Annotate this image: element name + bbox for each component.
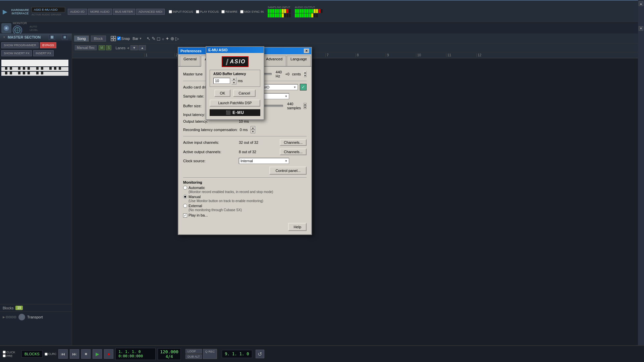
clock-source-dropdown[interactable]: Internal ▼ bbox=[239, 158, 289, 164]
latency-down[interactable]: ▼ bbox=[251, 130, 256, 133]
asio-buffer-input[interactable]: 10 bbox=[213, 78, 230, 84]
svg-rect-19 bbox=[23, 72, 25, 74]
output-channels-button[interactable]: Channels... bbox=[280, 148, 307, 155]
master-tune-spinners[interactable]: ▲ ▼ bbox=[304, 71, 307, 77]
track-area[interactable] bbox=[72, 58, 638, 345]
pencil-tool[interactable]: ✎ bbox=[152, 36, 156, 41]
tool-buttons: ↖ ✎ ◻ ⬦ ✦ ⊕ ▷ bbox=[147, 36, 179, 41]
track-expand[interactable]: ▶ ⊡⊡⊡⊡ bbox=[3, 315, 16, 319]
control-panel-row: Control panel... bbox=[183, 167, 307, 175]
help-button[interactable]: Help bbox=[288, 223, 307, 231]
asio-buffer-row: 10 ▲ ▼ ms bbox=[213, 77, 257, 84]
zoom-tool[interactable]: ⊕ bbox=[170, 36, 174, 41]
lanes-up[interactable]: ▲ bbox=[139, 45, 146, 50]
show-insert-fx-button[interactable]: SHOW INSERT FX bbox=[1, 50, 32, 56]
buffer-spinners[interactable]: ▲ ▼ bbox=[304, 103, 307, 109]
tempo-display: 120.000 4/4 bbox=[158, 348, 181, 360]
midi-sync-check[interactable]: MIDI SYNC IN bbox=[240, 10, 264, 13]
rewire-check[interactable]: REWIRE bbox=[221, 10, 237, 13]
position-display: 1. 1. 1. 0 0:00:00:000 bbox=[115, 348, 156, 360]
split-tool[interactable]: ⬦ bbox=[162, 36, 164, 41]
play-in-background-row: ✓ Play in ba... bbox=[183, 213, 307, 218]
master-section: ▼ MASTER SECTION 🖼 ⊞ SHOW PROGRAMMER BYP… bbox=[0, 34, 72, 345]
master-tune-up[interactable]: ▲ bbox=[304, 71, 307, 74]
click-control[interactable]: CLICK bbox=[3, 351, 19, 354]
snap-value-selector[interactable]: Bar ▼ bbox=[132, 37, 142, 41]
loop-button[interactable]: LOOP bbox=[185, 349, 202, 354]
buffer-down[interactable]: ▼ bbox=[304, 106, 307, 109]
block-button[interactable]: Block bbox=[91, 36, 106, 42]
bus-meter-button[interactable]: BUS METER bbox=[113, 9, 136, 15]
manual-rec-bar: Manual Rec M S Lanes ◀ ▼ ▲ bbox=[72, 44, 638, 52]
play-in-background-checkbox[interactable]: ✓ bbox=[183, 214, 187, 218]
asio-buffer-group: ASIO Buffer Latency 10 ▲ ▼ ms bbox=[210, 70, 260, 87]
record-button[interactable]: ● bbox=[104, 349, 113, 359]
faders-area: SHOW PROGRAMMER BYPASS SHOW INSERT FX IN… bbox=[0, 41, 72, 77]
monitoring-external-radio[interactable] bbox=[183, 204, 187, 208]
dub-alt-button[interactable]: DUB ALT bbox=[185, 354, 202, 359]
fast-forward-button[interactable]: ⏭ bbox=[70, 349, 79, 359]
insert-fx-button[interactable]: INSERT FX bbox=[33, 50, 54, 56]
asio-logo: ❙ ASIO bbox=[222, 56, 249, 67]
svg-rect-8 bbox=[23, 67, 25, 70]
master-section-title: ▼ MASTER SECTION 🖼 ⊞ bbox=[0, 34, 72, 41]
scroll-up[interactable]: ▲ bbox=[639, 1, 643, 6]
audio-io-button[interactable]: AUDIO I/O bbox=[68, 9, 87, 15]
svg-rect-26 bbox=[114, 39, 116, 41]
input-channels-button[interactable]: Channels... bbox=[280, 139, 307, 146]
asio-popup: E-MU ASIO ❙ ASIO ASIO Buffer Latency 10 … bbox=[206, 46, 264, 120]
image-button[interactable]: 🖼 bbox=[49, 35, 55, 40]
play-tool[interactable]: ▷ bbox=[175, 36, 179, 41]
lanes-expand[interactable]: ◀ bbox=[127, 46, 129, 50]
snap-checkbox-label[interactable]: Snap bbox=[117, 37, 130, 41]
latency-up[interactable]: ▲ bbox=[251, 126, 256, 130]
play-focus-check[interactable]: PLAY FOCUS bbox=[196, 10, 219, 13]
tab-general[interactable]: General bbox=[180, 56, 200, 66]
snap-button[interactable]: ⊞ bbox=[62, 35, 68, 40]
q-rec-button[interactable]: Q REC bbox=[203, 349, 217, 359]
buffer-up[interactable]: ▲ bbox=[304, 103, 307, 106]
monitoring-automatic-radio[interactable] bbox=[183, 186, 187, 190]
transport-track-area: ▶ ⊡⊡⊡⊡ 🎵 Transport bbox=[0, 312, 72, 322]
master-tune-down[interactable]: ▼ bbox=[304, 74, 307, 77]
lanes-down[interactable]: ▼ bbox=[130, 45, 138, 50]
clrc-control[interactable]: CLRC bbox=[45, 352, 57, 356]
advanced-midi-button[interactable]: ADVANCED MIDI bbox=[136, 9, 165, 15]
erase-tool[interactable]: ◻ bbox=[157, 36, 161, 41]
svg-rect-5 bbox=[5, 67, 7, 70]
arrange-toolbar: Song Block Snap Bar ▼ ↖ ✎ ◻ ⬦ ✦ ⊕ ▷ bbox=[72, 34, 638, 44]
show-programmer-button[interactable]: SHOW PROGRAMMER bbox=[1, 42, 39, 48]
pointer-tool[interactable]: ↖ bbox=[147, 36, 151, 41]
launch-patchmix-button[interactable]: Launch PatchMix DSP bbox=[210, 100, 260, 107]
sync-button[interactable]: ↺ bbox=[256, 350, 264, 358]
clock-source-row: Clock source: Internal ▼ bbox=[183, 158, 307, 164]
preferences-close-button[interactable]: ✕ bbox=[304, 49, 309, 53]
scrollbar-track[interactable] bbox=[639, 8, 643, 24]
arrange-content bbox=[72, 58, 638, 345]
rec-mode-2[interactable]: S bbox=[106, 45, 112, 50]
asio-cancel-button[interactable]: Cancel bbox=[233, 89, 255, 97]
latency-spinners[interactable]: ▲ ▼ bbox=[251, 126, 256, 133]
svg-rect-12 bbox=[49, 67, 52, 70]
rewind-button[interactable]: ⏮ bbox=[58, 349, 68, 359]
mute-tool[interactable]: ✦ bbox=[165, 36, 169, 41]
song-button[interactable]: Song bbox=[74, 36, 89, 42]
active-output-row: Active output channels: 8 out of 32 Chan… bbox=[183, 148, 307, 155]
input-focus-check[interactable]: INPUT FOCUS bbox=[169, 10, 193, 13]
asio-ok-button[interactable]: OK bbox=[214, 89, 230, 97]
more-audio-button[interactable]: MORE AUDIO bbox=[88, 9, 112, 15]
play-button[interactable]: ▶ bbox=[93, 349, 102, 359]
driver-check-button[interactable]: ✓ bbox=[300, 84, 307, 90]
rec-mode-1[interactable]: M bbox=[99, 45, 105, 50]
bypass-button[interactable]: BYPASS bbox=[40, 42, 56, 48]
scroll-down[interactable]: ▼ bbox=[639, 26, 643, 31]
pre-control[interactable]: PRE bbox=[3, 354, 19, 358]
snap-icon bbox=[111, 36, 116, 41]
tab-advanced[interactable]: Advanced bbox=[262, 56, 286, 66]
control-panel-button[interactable]: Control panel... bbox=[269, 167, 307, 175]
monitoring-manual-row: Manual (Use Monitor button on track to e… bbox=[183, 195, 307, 203]
monitoring-manual-radio[interactable] bbox=[183, 195, 187, 199]
tab-language[interactable]: Language bbox=[287, 56, 311, 66]
stop-button[interactable]: ■ bbox=[81, 349, 91, 359]
svg-point-1 bbox=[5, 27, 7, 29]
